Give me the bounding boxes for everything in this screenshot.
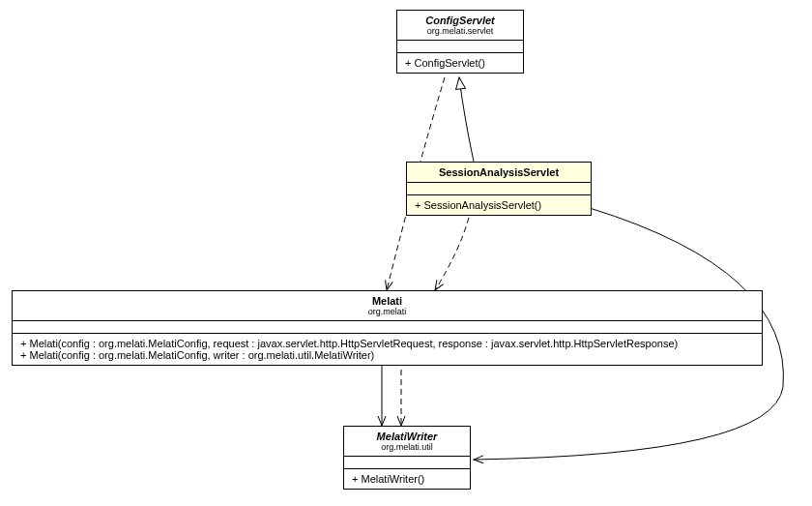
class-session-analysis-servlet: SessionAnalysisServlet + SessionAnalysis… bbox=[406, 162, 592, 216]
package-label: org.melati bbox=[20, 307, 754, 316]
uml-diagram: ConfigServlet org.melati.servlet + Confi… bbox=[0, 0, 812, 506]
class-name: Melati bbox=[20, 295, 754, 307]
method: + Melati(config : org.melati.MelatiConfi… bbox=[20, 349, 754, 361]
method: + Melati(config : org.melati.MelatiConfi… bbox=[20, 338, 754, 349]
package-label: org.melati.servlet bbox=[405, 26, 515, 36]
method: + SessionAnalysisServlet() bbox=[407, 195, 591, 215]
class-melati-writer: MelatiWriter org.melati.util + MelatiWri… bbox=[343, 426, 471, 490]
class-melati: Melati org.melati + Melati(config : org.… bbox=[12, 290, 763, 366]
class-name: MelatiWriter bbox=[352, 431, 462, 442]
class-config-servlet: ConfigServlet org.melati.servlet + Confi… bbox=[396, 10, 524, 74]
method: + MelatiWriter() bbox=[344, 469, 470, 489]
class-name: ConfigServlet bbox=[405, 15, 515, 26]
method: + ConfigServlet() bbox=[397, 53, 523, 73]
class-name: SessionAnalysisServlet bbox=[415, 166, 583, 178]
package-label: org.melati.util bbox=[352, 442, 462, 452]
